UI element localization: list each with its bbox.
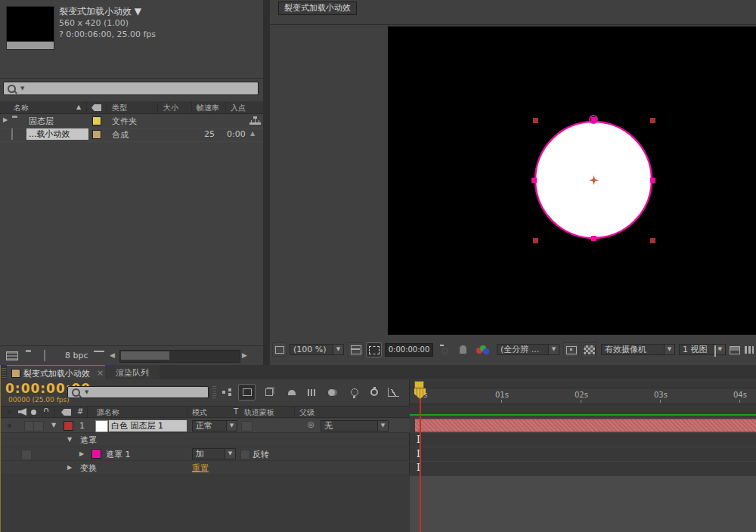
playhead-line[interactable] bbox=[420, 388, 421, 532]
composition-tab[interactable]: 裂变式加载小动效 bbox=[278, 2, 357, 15]
column-source-name[interactable]: 源名称 bbox=[97, 407, 119, 418]
transform-label[interactable]: 变换 bbox=[80, 462, 97, 474]
mask-mode-dropdown[interactable]: 加 ▼ bbox=[192, 448, 236, 459]
transform-expander-icon[interactable]: ▶ bbox=[67, 464, 72, 471]
show-snapshot-icon[interactable] bbox=[460, 345, 466, 354]
mask-visibility-box[interactable] bbox=[21, 450, 32, 460]
label-column-icon[interactable] bbox=[91, 104, 101, 111]
graph-editor-button[interactable] bbox=[386, 385, 401, 400]
resolution-dropdown[interactable]: (全分辨 ... ▼ bbox=[497, 344, 559, 355]
parent-dropdown[interactable]: 无 ▼ bbox=[321, 420, 389, 431]
mask-vertex-bottom[interactable] bbox=[591, 236, 596, 241]
time-ruler[interactable]: 0s 01s 02s 03s 04s bbox=[410, 388, 756, 404]
panel-divider[interactable] bbox=[263, 0, 270, 365]
motion-blur-button[interactable] bbox=[324, 385, 339, 400]
layer-duration-bar[interactable] bbox=[415, 419, 756, 432]
camera-dropdown[interactable]: 有效摄像机 ▼ bbox=[601, 344, 675, 355]
mask-name[interactable]: 遮罩 1 bbox=[106, 449, 131, 460]
column-number[interactable]: # bbox=[77, 407, 83, 416]
scroll-right-icon[interactable]: ▶ bbox=[242, 351, 247, 359]
pixel-aspect-icon[interactable] bbox=[745, 346, 754, 354]
mask-invert-checkbox[interactable] bbox=[240, 450, 250, 459]
reset-exposure-icon[interactable] bbox=[714, 345, 716, 357]
safe-guides-button[interactable] bbox=[348, 342, 364, 357]
region-of-interest-button[interactable] bbox=[366, 342, 382, 357]
layer-name-selected[interactable]: 白色 固态层 1 bbox=[109, 420, 187, 431]
timeline-search-input[interactable]: ▼ bbox=[67, 386, 209, 398]
label-column-icon[interactable] bbox=[61, 409, 71, 416]
timeline-button-icon[interactable] bbox=[730, 346, 740, 354]
track-matte-box[interactable] bbox=[241, 421, 253, 431]
project-row-composition[interactable]: ...载小动效 合成 25 0:00 ▲ bbox=[0, 128, 263, 142]
column-mode[interactable]: 模式 bbox=[192, 407, 207, 418]
bbox-handle-top-right[interactable] bbox=[650, 118, 655, 123]
group-expander-icon[interactable]: ▼ bbox=[67, 436, 72, 443]
render-queue-tab[interactable]: 渲染队列 bbox=[105, 365, 160, 379]
layer-label-chip[interactable] bbox=[64, 421, 73, 431]
bbox-handle-top-left[interactable] bbox=[533, 118, 538, 123]
selected-item-name[interactable]: ...载小动效 bbox=[26, 128, 88, 140]
masks-group-label[interactable]: 遮罩 bbox=[80, 435, 97, 446]
close-icon[interactable]: × bbox=[97, 368, 104, 378]
project-item-title[interactable]: 裂变式加载小动效 ▼ bbox=[59, 5, 141, 18]
bbox-handle-bottom-left[interactable] bbox=[533, 238, 538, 243]
frame-blending-button[interactable] bbox=[304, 385, 320, 400]
column-track-matte[interactable]: 轨道蒙板 bbox=[244, 407, 274, 418]
search-options-caret-icon[interactable]: ▼ bbox=[85, 389, 88, 395]
blend-mode-dropdown[interactable]: 正常 ▼ bbox=[192, 420, 237, 431]
transform-row[interactable]: ▶ 变换 重置 bbox=[1, 461, 410, 475]
mask-expander-icon[interactable]: ▶ bbox=[79, 450, 84, 457]
new-composition-icon[interactable] bbox=[44, 350, 45, 361]
scroll-left-icon[interactable]: ◀ bbox=[110, 351, 115, 359]
always-preview-button[interactable] bbox=[272, 342, 287, 357]
magnification-dropdown[interactable]: (100 %) ▼ bbox=[290, 344, 344, 355]
horizontal-scrollbar-thumb[interactable] bbox=[121, 351, 169, 360]
column-parent[interactable]: 父级 bbox=[299, 407, 314, 418]
label-color-chip[interactable] bbox=[92, 130, 101, 139]
viewer-timecode[interactable]: 0:00:00:00 bbox=[385, 343, 433, 357]
hide-shy-layers-button[interactable] bbox=[284, 385, 299, 400]
parent-pickwhip-icon[interactable]: ◎ bbox=[308, 420, 314, 428]
item-name[interactable]: 固态层 bbox=[29, 116, 54, 127]
mini-flowchart-button[interactable] bbox=[218, 385, 234, 400]
project-search-input[interactable]: ▼ bbox=[3, 82, 259, 95]
transparency-grid-button[interactable] bbox=[581, 342, 597, 357]
interpret-footage-icon[interactable] bbox=[6, 351, 18, 360]
column-in-point[interactable]: 入点 bbox=[231, 103, 246, 113]
label-color-chip[interactable] bbox=[92, 116, 101, 125]
work-area-strip[interactable] bbox=[410, 380, 756, 388]
auto-keyframe-button[interactable] bbox=[366, 385, 382, 400]
work-area-start-marker[interactable] bbox=[414, 381, 424, 388]
column-size[interactable]: 大小 bbox=[163, 103, 178, 113]
solo-toggle-box[interactable] bbox=[33, 421, 44, 431]
draft-3d-button[interactable] bbox=[261, 385, 277, 400]
region-button[interactable] bbox=[563, 342, 579, 357]
bit-depth-button[interactable]: 8 bpc bbox=[65, 351, 88, 360]
panel-grip[interactable] bbox=[2, 367, 6, 378]
mask-vertex-top[interactable] bbox=[591, 117, 596, 122]
live-update-button[interactable] bbox=[238, 384, 256, 401]
mask-vertex-right[interactable] bbox=[650, 178, 655, 183]
column-type[interactable]: 类型 bbox=[112, 103, 127, 113]
column-t[interactable]: T bbox=[234, 407, 238, 416]
layer-row[interactable]: ▼ 1 白色 固态层 1 正常 ▼ ◎ 无 ▼ bbox=[1, 419, 410, 433]
search-options-caret-icon[interactable]: ▼ bbox=[20, 85, 24, 91]
layer-expander-icon[interactable]: ▼ bbox=[51, 422, 56, 428]
mask-vertex-left[interactable] bbox=[531, 178, 537, 183]
project-row-folder[interactable]: ▶ 固态层 文件夹 bbox=[0, 114, 263, 128]
timeline-tab-active[interactable]: 裂变式加载小动效 × bbox=[7, 365, 105, 379]
masks-group-row[interactable]: ▼ 遮罩 bbox=[1, 433, 410, 447]
column-name[interactable]: 名称 bbox=[14, 103, 29, 113]
brainstorm-button[interactable] bbox=[346, 385, 362, 400]
sort-ascending-icon[interactable]: ▲ bbox=[76, 104, 81, 110]
scroll-up-icon[interactable]: ▲ bbox=[250, 130, 255, 137]
composition-viewer[interactable] bbox=[388, 26, 756, 335]
mask-label-chip[interactable] bbox=[91, 449, 101, 459]
expand-arrow-icon[interactable]: ▶ bbox=[3, 116, 8, 123]
mask-row[interactable]: ▶ 遮罩 1 加 ▼ 反转 bbox=[1, 447, 410, 461]
column-fps[interactable]: 帧速率 bbox=[197, 103, 219, 113]
toolbar-grip[interactable] bbox=[212, 386, 216, 398]
bbox-handle-bottom-right[interactable] bbox=[650, 238, 655, 243]
transform-reset-link[interactable]: 重置 bbox=[192, 462, 209, 474]
horizontal-scrollbar-track[interactable] bbox=[119, 350, 240, 363]
